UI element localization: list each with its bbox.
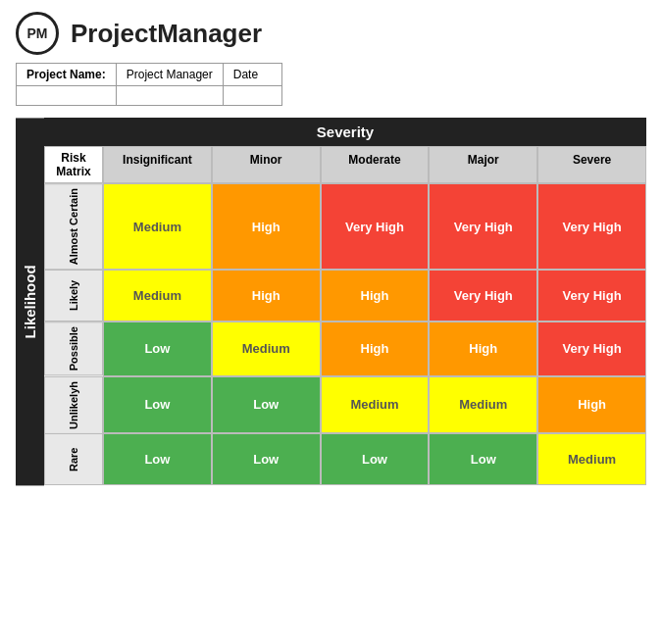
matrix-cell-r3-c1: Low — [212, 376, 321, 434]
matrix-cell-r1-c4: Very High — [537, 270, 646, 322]
corner-cell: Risk Matrix — [44, 146, 103, 183]
matrix-cell-r4-c1: Low — [212, 433, 321, 485]
matrix-cell-r4-c3: Low — [429, 433, 537, 485]
matrix-cell-r4-c4: Medium — [537, 433, 646, 485]
matrix-cell-r3-c2: Medium — [321, 376, 430, 434]
col-header-3: Major — [429, 146, 537, 183]
col-header-4: Severe — [537, 146, 646, 183]
row-label-0: Almost Certain — [44, 183, 103, 270]
matrix-grid: Risk Matrix InsignificantMinorModerateMa… — [44, 146, 646, 485]
matrix-cell-r3-c0: Low — [103, 376, 212, 434]
matrix-cell-r0-c0: Medium — [103, 183, 212, 270]
matrix-section: Likelihood Severity Risk Matrix Insignif… — [16, 118, 646, 485]
row-label-2: Possible — [44, 322, 103, 375]
matrix-cell-r4-c2: Low — [321, 433, 430, 485]
severity-header: Severity — [44, 118, 646, 146]
matrix-cell-r0-c1: High — [212, 183, 321, 270]
matrix-inner: Severity Risk Matrix InsignificantMinorM… — [44, 118, 646, 485]
col-header-2: Moderate — [321, 146, 430, 183]
matrix-cell-r1-c2: High — [321, 270, 430, 322]
likelihood-label: Likelihood — [16, 118, 44, 485]
matrix-cell-r1-c3: Very High — [429, 270, 537, 322]
row-label-4: Rare — [44, 433, 103, 485]
matrix-cell-r2-c0: Low — [103, 322, 212, 375]
matrix-cell-r2-c4: Very High — [537, 322, 646, 375]
col-header-0: Insignificant — [103, 146, 212, 183]
matrix-cell-r2-c1: Medium — [212, 322, 321, 375]
project-name-value[interactable] — [17, 86, 117, 106]
matrix-cell-r2-c2: High — [321, 322, 430, 375]
matrix-cell-r1-c0: Medium — [103, 270, 212, 322]
brand-name: ProjectManager — [71, 19, 262, 49]
matrix-cell-r0-c2: Very High — [321, 183, 430, 270]
matrix-cell-r0-c3: Very High — [429, 183, 537, 270]
project-manager-value[interactable] — [116, 86, 223, 106]
matrix-cell-r1-c1: High — [212, 270, 321, 322]
row-label-1: Likely — [44, 270, 103, 322]
col-header-1: Minor — [212, 146, 321, 183]
matrix-cell-r2-c3: High — [429, 322, 537, 375]
logo: PM — [16, 12, 59, 55]
project-manager-label: Project Manager — [116, 64, 223, 86]
matrix-cell-r0-c4: Very High — [537, 183, 646, 270]
matrix-cell-r3-c4: High — [537, 376, 646, 434]
row-label-3: Unlikelyh — [44, 376, 103, 434]
matrix-cell-r4-c0: Low — [103, 433, 212, 485]
date-label: Date — [223, 64, 281, 86]
project-name-label: Project Name: — [17, 64, 117, 86]
matrix-cell-r3-c3: Medium — [429, 376, 537, 434]
header: PM ProjectManager — [0, 0, 662, 63]
project-info-table: Project Name: Project Manager Date — [16, 63, 646, 106]
date-value[interactable] — [223, 86, 281, 106]
